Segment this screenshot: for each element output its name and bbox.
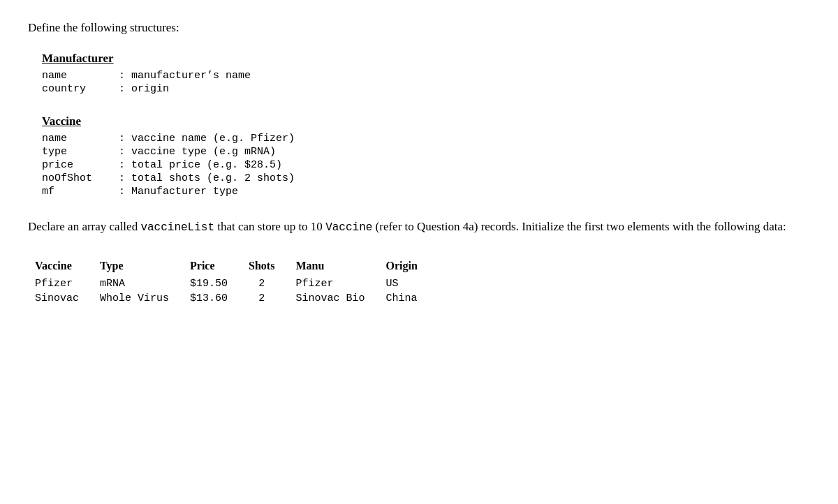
table-cell-0-2: $19.50 [190, 276, 249, 291]
manufacturer-field-name-label: name [42, 70, 119, 82]
manufacturer-field-country-label: country [42, 83, 119, 95]
col-header-manu: Manu [295, 257, 385, 276]
col-header-shots: Shots [249, 257, 295, 276]
table-header-row: Vaccine Type Price Shots Manu Origin [35, 257, 439, 276]
table-cell-1-5: China [385, 291, 438, 306]
col-header-origin: Origin [385, 257, 438, 276]
col-header-vaccine: Vaccine [35, 257, 100, 276]
table-cell-1-4: Sinovac Bio [295, 291, 385, 306]
table-cell-0-1: mRNA [100, 276, 190, 291]
vaccine-field-mf-label: mf [42, 186, 119, 198]
declare-middle: that can store up to 10 [214, 220, 325, 233]
vaccine-field-name: name : vaccine name (e.g. Pfizer) [42, 133, 810, 144]
declare-suffix: (refer to Question 4a) records. Initiali… [372, 220, 786, 233]
table-cell-1-2: $13.60 [190, 291, 249, 306]
table-cell-0-3: 2 [249, 276, 295, 291]
manufacturer-structure: Manufacturer name : manufacturer’s name … [42, 52, 810, 95]
vaccine-field-noofshot-label: noOfShot [42, 172, 119, 184]
vaccine-struct-name: Vaccine [42, 114, 810, 128]
declare-type-name: Vaccine [325, 221, 372, 234]
table-row: SinovacWhole Virus$13.602Sinovac BioChin… [35, 291, 439, 306]
vaccine-field-type-label: type [42, 146, 119, 158]
vaccine-field-type: type : vaccine type (e.g mRNA) [42, 146, 810, 158]
declare-array-name: vaccineList [140, 221, 214, 234]
vaccine-field-price: price : total price (e.g. $28.5) [42, 159, 810, 171]
table-cell-1-1: Whole Virus [100, 291, 190, 306]
manufacturer-field-country-desc: : origin [119, 83, 169, 95]
vaccine-field-type-desc: : vaccine type (e.g mRNA) [119, 146, 276, 158]
vaccine-field-noofshot: noOfShot : total shots (e.g. 2 shots) [42, 172, 810, 184]
vaccine-field-noofshot-desc: : total shots (e.g. 2 shots) [119, 172, 295, 184]
vaccine-structure: Vaccine name : vaccine name (e.g. Pfizer… [42, 114, 810, 198]
table-cell-0-5: US [385, 276, 438, 291]
vaccine-field-mf-desc: : Manufacturer type [119, 186, 238, 198]
declare-paragraph: Declare an array called vaccineList that… [28, 217, 810, 237]
manufacturer-field-name-desc: : manufacturer’s name [119, 70, 251, 82]
table-row: PfizermRNA$19.502PfizerUS [35, 276, 439, 291]
table-cell-0-0: Pfizer [35, 276, 100, 291]
manufacturer-field-country: country : origin [42, 83, 810, 95]
manufacturer-struct-name: Manufacturer [42, 52, 810, 66]
table-cell-0-4: Pfizer [295, 276, 385, 291]
vaccine-field-mf: mf : Manufacturer type [42, 186, 810, 198]
structures-container: Manufacturer name : manufacturer’s name … [28, 52, 810, 198]
declare-prefix: Declare an array called [28, 220, 140, 233]
col-header-type: Type [100, 257, 190, 276]
vaccine-field-price-label: price [42, 159, 119, 171]
table-cell-1-3: 2 [249, 291, 295, 306]
manufacturer-field-name: name : manufacturer’s name [42, 70, 810, 82]
intro-text: Define the following structures: [28, 21, 810, 35]
vaccine-field-name-label: name [42, 133, 119, 144]
vaccine-field-name-desc: : vaccine name (e.g. Pfizer) [119, 133, 295, 144]
table-cell-1-0: Sinovac [35, 291, 100, 306]
col-header-price: Price [190, 257, 249, 276]
vaccine-data-table: Vaccine Type Price Shots Manu Origin Pfi… [35, 257, 439, 306]
vaccine-field-price-desc: : total price (e.g. $28.5) [119, 159, 282, 171]
